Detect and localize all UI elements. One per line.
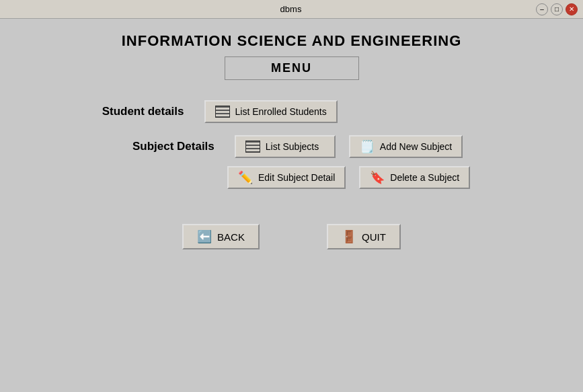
menu-bar: MENU — [225, 56, 359, 80]
list-icon — [215, 106, 230, 118]
titlebar: dbms – □ ✕ — [0, 0, 583, 19]
edit-subject-label: Edit Subject Detail — [258, 172, 335, 183]
list-enrolled-students-button[interactable]: List Enrolled Students — [204, 100, 338, 123]
student-section: Student details List Enrolled Students — [90, 100, 494, 123]
add-subject-icon: 🗒️ — [360, 141, 375, 153]
close-button[interactable]: ✕ — [566, 3, 578, 15]
titlebar-controls: – □ ✕ — [536, 3, 578, 15]
student-btn-row: List Enrolled Students — [204, 100, 338, 123]
maximize-button[interactable]: □ — [551, 3, 563, 15]
subject-section-row1: Subject Details List Subjects 🗒️ Add New… — [120, 135, 463, 158]
back-button[interactable]: ⬅️ BACK — [182, 224, 260, 249]
maximize-icon: □ — [555, 5, 559, 13]
back-label: BACK — [217, 231, 245, 243]
subject-btn-row1: List Subjects 🗒️ Add New Subject — [235, 135, 463, 158]
edit-icon: ✏️ — [238, 171, 253, 184]
list-subjects-button[interactable]: List Subjects — [235, 135, 336, 158]
list-subjects-label: List Subjects — [266, 141, 319, 152]
quit-button[interactable]: 🚪 QUIT — [327, 224, 401, 249]
main-content: INFORMATION SCIENCE AND ENGINEERING MENU… — [0, 19, 583, 392]
student-section-label: Student details — [90, 105, 204, 118]
list-subjects-icon — [245, 141, 260, 153]
list-enrolled-students-label: List Enrolled Students — [235, 106, 327, 117]
add-new-subject-label: Add New Subject — [380, 141, 452, 152]
subject-section-row2: ✏️ Edit Subject Detail 🔖 Delete a Subjec… — [113, 166, 470, 189]
delete-icon: 🔖 — [370, 171, 385, 184]
close-icon: ✕ — [569, 5, 574, 13]
edit-subject-button[interactable]: ✏️ Edit Subject Detail — [227, 166, 346, 189]
app-title: INFORMATION SCIENCE AND ENGINEERING — [122, 32, 462, 50]
add-new-subject-button[interactable]: 🗒️ Add New Subject — [349, 135, 463, 158]
quit-label: QUIT — [362, 231, 386, 243]
minimize-button[interactable]: – — [536, 3, 548, 15]
minimize-icon: – — [540, 5, 544, 13]
bottom-nav: ⬅️ BACK 🚪 QUIT — [182, 224, 401, 249]
delete-subject-label: Delete a Subject — [390, 172, 459, 183]
delete-subject-button[interactable]: 🔖 Delete a Subject — [359, 166, 470, 189]
subject-section-label: Subject Details — [120, 140, 235, 153]
quit-icon: 🚪 — [342, 231, 356, 243]
titlebar-title: dbms — [46, 4, 536, 14]
back-icon: ⬅️ — [197, 231, 212, 243]
